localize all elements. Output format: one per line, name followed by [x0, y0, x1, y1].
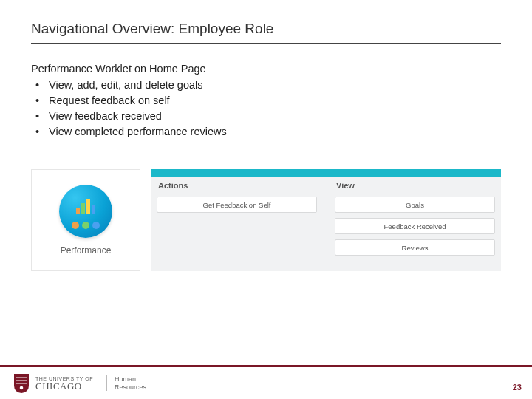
feedback-received-button[interactable]: Feedback Received — [335, 218, 495, 234]
university-name: THE UNIVERSITY OF CHICAGO — [35, 376, 93, 391]
worklet-label: Performance — [61, 245, 112, 256]
svg-rect-0 — [76, 208, 80, 214]
visuals-row: Performance Actions Get Feedback on Self… — [31, 169, 501, 271]
performance-icon — [59, 185, 112, 238]
view-column: View Goals Feedback Received Reviews — [329, 177, 501, 271]
svg-rect-3 — [92, 205, 95, 214]
slide: Navigational Overview: Employee Role Per… — [0, 0, 532, 399]
university-logo: THE UNIVERSITY OF CHICAGO Human Resource… — [13, 373, 146, 394]
page-title: Navigational Overview: Employee Role — [31, 21, 501, 44]
department-name: Human Resources — [106, 375, 146, 391]
univ-chicago: CHICAGO — [35, 381, 93, 391]
bullet-text: Request feedback on self — [49, 95, 170, 106]
page-number: 23 — [513, 383, 522, 392]
list-item: •View completed performance reviews — [35, 124, 501, 140]
list-item: •Request feedback on self — [35, 93, 501, 109]
people-icon — [72, 222, 100, 229]
view-title: View — [335, 181, 495, 190]
svg-rect-1 — [81, 203, 85, 214]
footer: THE UNIVERSITY OF CHICAGO Human Resource… — [0, 365, 532, 399]
bullet-list: •View, add, edit, and delete goals •Requ… — [31, 78, 501, 140]
actions-column: Actions Get Feedback on Self — [151, 177, 323, 271]
goals-button[interactable]: Goals — [335, 197, 495, 213]
list-item: •View feedback received — [35, 109, 501, 124]
bullet-text: View, add, edit, and delete goals — [49, 79, 203, 91]
panel-columns: Actions Get Feedback on Self View Goals … — [151, 177, 501, 271]
performance-worklet-card[interactable]: Performance — [31, 169, 140, 271]
shield-icon — [13, 373, 30, 394]
bullet-text: View feedback received — [49, 110, 162, 122]
bullet-text: View completed performance reviews — [49, 126, 227, 137]
svg-point-4 — [20, 386, 24, 389]
dept-line: Resources — [115, 383, 146, 391]
actions-title: Actions — [157, 181, 317, 190]
get-feedback-on-self-button[interactable]: Get Feedback on Self — [157, 197, 317, 213]
worklet-panels: Actions Get Feedback on Self View Goals … — [151, 169, 501, 271]
list-item: •View, add, edit, and delete goals — [35, 78, 501, 93]
teal-header-bar — [151, 169, 501, 177]
dept-line: Human — [115, 375, 146, 383]
svg-rect-2 — [86, 199, 90, 214]
section-heading: Performance Worklet on Home Page — [31, 63, 501, 75]
reviews-button[interactable]: Reviews — [335, 239, 495, 256]
